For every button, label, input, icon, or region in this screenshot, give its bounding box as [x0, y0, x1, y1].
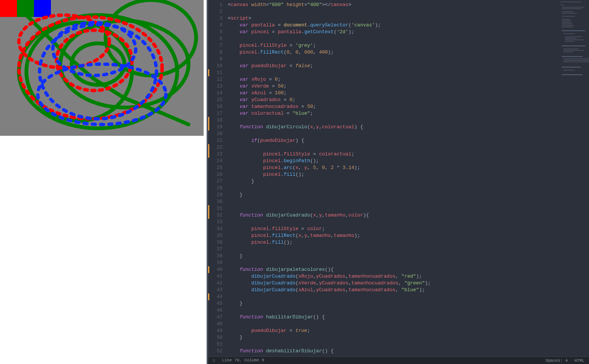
status-line-col[interactable]: Line 70, Column 6 [222, 358, 264, 363]
code-area[interactable]: <canvas width="600" height="400"></canva… [225, 0, 589, 356]
status-checkbox-icon[interactable]: ☐ [213, 358, 215, 363]
status-bar: ☐ Line 70, Column 6 Spaces: 4 HTML [208, 356, 589, 364]
preview-canvas[interactable] [0, 0, 204, 136]
editor-pane: 1234567891011121314151617181920212223242… [207, 0, 589, 364]
preview-pane [0, 0, 207, 364]
status-lang[interactable]: HTML [575, 358, 584, 363]
editor-viewport[interactable]: 1234567891011121314151617181920212223242… [208, 0, 589, 356]
status-spaces[interactable]: Spaces: 4 [545, 358, 568, 363]
line-number-gutter: 1234567891011121314151617181920212223242… [208, 0, 225, 356]
